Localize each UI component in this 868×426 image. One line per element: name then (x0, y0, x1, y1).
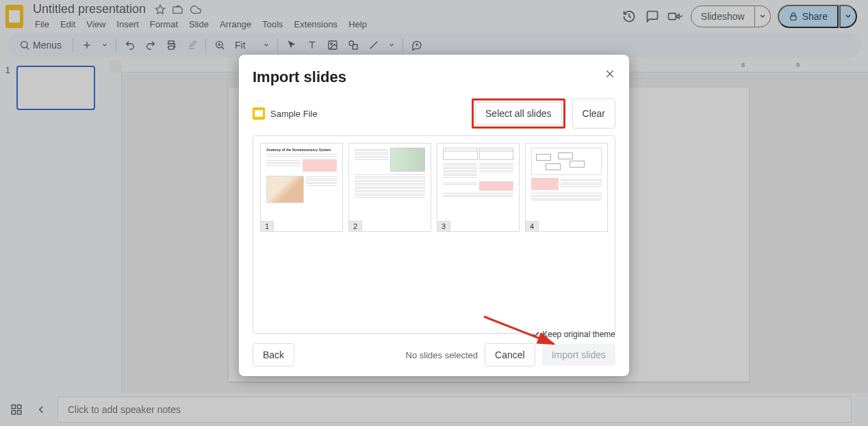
clear-button[interactable]: Clear (572, 98, 615, 129)
import-slides-button[interactable]: Import slides (542, 344, 615, 366)
source-file-name: Sample File (270, 109, 318, 119)
keep-theme-label: Keep original theme (542, 330, 615, 339)
back-button[interactable]: Back (253, 343, 294, 367)
close-button[interactable] (603, 67, 617, 81)
import-slide-1[interactable]: Anatomy of the Somatosensory System 1 (260, 143, 343, 232)
slides-file-icon (253, 107, 265, 120)
import-slide-4[interactable]: 4 (525, 143, 608, 232)
close-icon (604, 68, 615, 79)
modal-overlay: Import slides Sample File Select all sli… (0, 0, 868, 426)
keep-original-theme-checkbox[interactable]: Keep original theme (532, 330, 615, 339)
annotation-highlight: Select all slides (472, 98, 565, 129)
select-all-button[interactable]: Select all slides (475, 102, 562, 125)
slides-preview-grid: Anatomy of the Somatosensory System 1 (253, 135, 615, 334)
selection-status: No slides selected (406, 350, 478, 360)
slide-num-2: 2 (349, 221, 362, 231)
import-slide-2[interactable]: 2 (348, 143, 431, 232)
import-slide-3[interactable]: 3 (437, 143, 520, 232)
slide-num-1: 1 (261, 221, 274, 231)
dialog-title: Import slides (253, 68, 615, 86)
check-icon (532, 330, 540, 338)
import-slides-dialog: Import slides Sample File Select all sli… (239, 55, 629, 376)
slide-num-3: 3 (437, 221, 450, 231)
cancel-button[interactable]: Cancel (485, 343, 535, 367)
slide-num-4: 4 (526, 221, 539, 231)
